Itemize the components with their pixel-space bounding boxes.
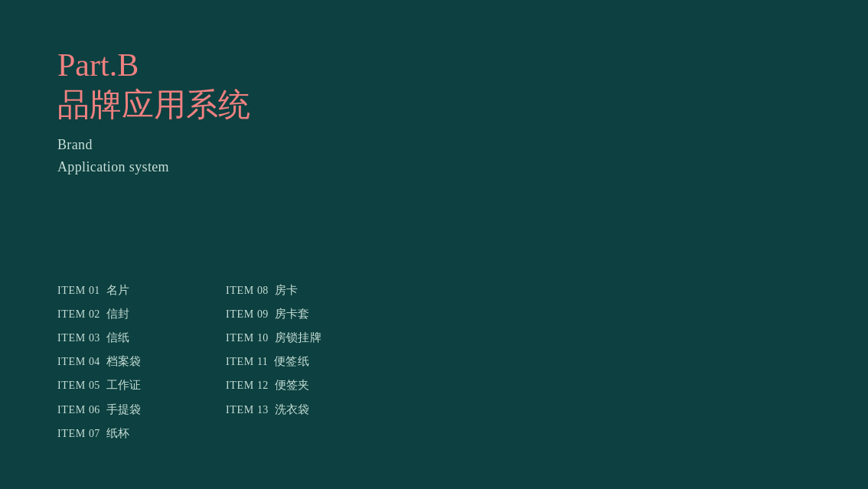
items-section: ITEM01名片ITEM02信封ITEM03信纸ITEM04档案袋ITEM05工…	[57, 279, 811, 443]
item-number: 11	[257, 352, 268, 371]
item-name: 房卡套	[275, 303, 310, 324]
item-number: 06	[89, 400, 100, 419]
item-prefix: ITEM	[57, 305, 86, 324]
list-item: ITEM10房锁挂牌	[226, 327, 394, 347]
list-item: ITEM07纸杯	[57, 422, 226, 443]
item-name: 档案袋	[106, 350, 142, 371]
item-prefix: ITEM	[57, 281, 86, 300]
item-name: 名片	[106, 279, 130, 300]
list-item: ITEM08房卡	[226, 279, 394, 300]
item-number: 03	[89, 328, 100, 347]
item-number: 01	[89, 281, 100, 300]
item-prefix: ITEM	[226, 376, 254, 395]
english-line1: Brand	[57, 137, 93, 152]
item-name: 洗衣袋	[275, 399, 310, 419]
list-item: ITEM09房卡套	[226, 303, 394, 324]
item-number: 02	[89, 305, 100, 324]
item-prefix: ITEM	[226, 352, 254, 371]
items-column-2: ITEM08房卡ITEM09房卡套ITEM10房锁挂牌ITEM11便签纸ITEM…	[226, 279, 394, 443]
item-prefix: ITEM	[57, 352, 86, 371]
item-number: 07	[89, 424, 100, 443]
list-item: ITEM01名片	[57, 279, 226, 300]
header-section: Part.B 品牌应用系统 Brand Application system	[57, 46, 811, 178]
chinese-title: 品牌应用系统	[57, 86, 811, 124]
item-number: 05	[89, 376, 100, 395]
item-name: 房卡	[275, 279, 299, 300]
item-name: 手提袋	[106, 399, 142, 419]
item-prefix: ITEM	[226, 281, 254, 300]
item-number: 04	[89, 352, 100, 371]
part-label: Part.B	[57, 46, 811, 84]
list-item: ITEM06手提袋	[57, 399, 226, 419]
item-prefix: ITEM	[226, 400, 254, 419]
list-item: ITEM04档案袋	[57, 350, 226, 371]
list-item: ITEM11便签纸	[226, 350, 394, 371]
item-number: 09	[257, 305, 269, 324]
english-subtitle: Brand Application system	[57, 134, 811, 178]
item-name: 工作证	[106, 374, 142, 395]
item-prefix: ITEM	[57, 424, 86, 443]
english-line2: Application system	[57, 159, 169, 174]
item-number: 08	[257, 281, 269, 300]
list-item: ITEM05工作证	[57, 374, 226, 395]
list-item: ITEM13洗衣袋	[226, 399, 394, 419]
list-item: ITEM02信封	[57, 303, 226, 324]
item-name: 信封	[106, 303, 130, 324]
list-item: ITEM12便签夹	[226, 374, 394, 395]
items-column-1: ITEM01名片ITEM02信封ITEM03信纸ITEM04档案袋ITEM05工…	[57, 279, 226, 443]
item-name: 房锁挂牌	[275, 327, 321, 347]
item-prefix: ITEM	[226, 305, 254, 324]
item-number: 13	[257, 400, 269, 419]
item-prefix: ITEM	[57, 376, 86, 395]
item-number: 10	[257, 328, 269, 347]
list-item: ITEM03信纸	[57, 327, 226, 347]
item-name: 便签夹	[275, 374, 310, 395]
item-prefix: ITEM	[57, 400, 86, 419]
item-name: 信纸	[106, 327, 130, 347]
item-prefix: ITEM	[226, 328, 254, 347]
item-number: 12	[257, 376, 269, 395]
page-container: Part.B 品牌应用系统 Brand Application system I…	[0, 0, 868, 489]
item-name: 纸杯	[106, 422, 130, 443]
item-name: 便签纸	[274, 350, 309, 371]
item-prefix: ITEM	[57, 328, 86, 347]
